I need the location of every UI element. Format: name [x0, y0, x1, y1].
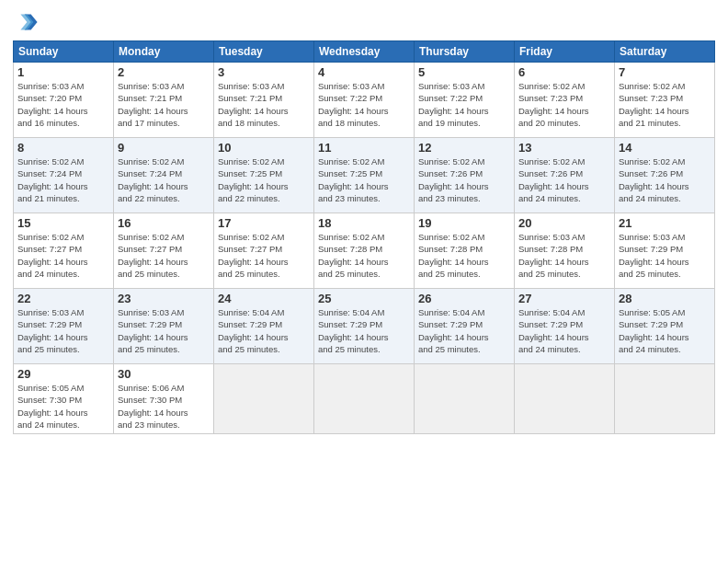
table-row: 5 Sunrise: 5:03 AM Sunset: 7:22 PM Dayli…	[415, 63, 515, 138]
day-info: Sunrise: 5:02 AM Sunset: 7:27 PM Dayligh…	[218, 231, 310, 280]
day-info: Sunrise: 5:04 AM Sunset: 7:29 PM Dayligh…	[218, 306, 310, 355]
table-row: 24 Sunrise: 5:04 AM Sunset: 7:29 PM Dayl…	[214, 289, 314, 364]
day-info: Sunrise: 5:05 AM Sunset: 7:29 PM Dayligh…	[619, 306, 711, 355]
table-row: 17 Sunrise: 5:02 AM Sunset: 7:27 PM Dayl…	[214, 213, 314, 289]
day-info: Sunrise: 5:03 AM Sunset: 7:20 PM Dayligh…	[17, 80, 109, 129]
table-row: 8 Sunrise: 5:02 AM Sunset: 7:24 PM Dayli…	[14, 138, 114, 213]
day-info: Sunrise: 5:02 AM Sunset: 7:28 PM Dayligh…	[318, 231, 410, 280]
day-number: 7	[619, 65, 711, 79]
calendar-week-row: 22 Sunrise: 5:03 AM Sunset: 7:29 PM Dayl…	[14, 289, 715, 364]
day-number: 28	[619, 292, 711, 305]
day-number: 3	[218, 65, 310, 79]
day-number: 11	[318, 141, 410, 155]
day-number: 18	[318, 216, 410, 230]
logo	[13, 9, 42, 35]
day-info: Sunrise: 5:03 AM Sunset: 7:29 PM Dayligh…	[17, 306, 109, 355]
day-info: Sunrise: 5:03 AM Sunset: 7:22 PM Dayligh…	[418, 80, 510, 129]
day-number: 22	[17, 292, 109, 305]
header-monday: Monday	[114, 41, 214, 63]
day-number: 8	[17, 141, 109, 155]
day-info: Sunrise: 5:02 AM Sunset: 7:26 PM Dayligh…	[619, 155, 711, 204]
header-wednesday: Wednesday	[314, 41, 415, 63]
day-info: Sunrise: 5:02 AM Sunset: 7:23 PM Dayligh…	[518, 80, 610, 129]
table-row: 9 Sunrise: 5:02 AM Sunset: 7:24 PM Dayli…	[114, 138, 214, 213]
day-info: Sunrise: 5:02 AM Sunset: 7:24 PM Dayligh…	[17, 155, 109, 204]
day-number: 21	[619, 216, 711, 230]
table-row: 3 Sunrise: 5:03 AM Sunset: 7:21 PM Dayli…	[214, 63, 314, 138]
table-row: 26 Sunrise: 5:04 AM Sunset: 7:29 PM Dayl…	[415, 289, 515, 364]
day-number: 5	[418, 65, 510, 79]
table-row: 20 Sunrise: 5:03 AM Sunset: 7:28 PM Dayl…	[515, 213, 615, 289]
table-row: 25 Sunrise: 5:04 AM Sunset: 7:29 PM Dayl…	[314, 289, 415, 364]
day-number: 23	[118, 292, 210, 305]
day-info: Sunrise: 5:02 AM Sunset: 7:25 PM Dayligh…	[318, 155, 410, 204]
day-number: 13	[518, 141, 610, 155]
day-info: Sunrise: 5:04 AM Sunset: 7:29 PM Dayligh…	[518, 306, 610, 355]
calendar-week-row: 8 Sunrise: 5:02 AM Sunset: 7:24 PM Dayli…	[14, 138, 715, 213]
day-number: 24	[218, 292, 310, 305]
day-number: 20	[518, 216, 610, 230]
day-info: Sunrise: 5:02 AM Sunset: 7:26 PM Dayligh…	[518, 155, 610, 204]
calendar-week-row: 15 Sunrise: 5:02 AM Sunset: 7:27 PM Dayl…	[14, 213, 715, 289]
day-info: Sunrise: 5:02 AM Sunset: 7:28 PM Dayligh…	[418, 231, 510, 280]
day-number: 9	[118, 141, 210, 155]
table-row: 4 Sunrise: 5:03 AM Sunset: 7:22 PM Dayli…	[314, 63, 415, 138]
table-row: 1 Sunrise: 5:03 AM Sunset: 7:20 PM Dayli…	[14, 63, 114, 138]
header-saturday: Saturday	[615, 41, 715, 63]
day-info: Sunrise: 5:03 AM Sunset: 7:28 PM Dayligh…	[518, 231, 610, 280]
header	[13, 9, 715, 35]
header-thursday: Thursday	[415, 41, 515, 63]
day-info: Sunrise: 5:02 AM Sunset: 7:25 PM Dayligh…	[218, 155, 310, 204]
table-row: 2 Sunrise: 5:03 AM Sunset: 7:21 PM Dayli…	[114, 63, 214, 138]
header-sunday: Sunday	[14, 41, 114, 63]
table-row: 14 Sunrise: 5:02 AM Sunset: 7:26 PM Dayl…	[615, 138, 715, 213]
day-number: 4	[318, 65, 410, 79]
table-row: 12 Sunrise: 5:02 AM Sunset: 7:26 PM Dayl…	[415, 138, 515, 213]
day-info: Sunrise: 5:02 AM Sunset: 7:24 PM Dayligh…	[118, 155, 210, 204]
table-row: 11 Sunrise: 5:02 AM Sunset: 7:25 PM Dayl…	[314, 138, 415, 213]
day-number: 10	[218, 141, 310, 155]
calendar-table: Sunday Monday Tuesday Wednesday Thursday…	[13, 40, 715, 434]
day-number: 15	[17, 216, 109, 230]
day-info: Sunrise: 5:02 AM Sunset: 7:27 PM Dayligh…	[118, 231, 210, 280]
day-info: Sunrise: 5:03 AM Sunset: 7:29 PM Dayligh…	[118, 306, 210, 355]
day-info: Sunrise: 5:06 AM Sunset: 7:30 PM Dayligh…	[118, 382, 210, 431]
page: Sunday Monday Tuesday Wednesday Thursday…	[0, 0, 728, 563]
day-number: 27	[518, 292, 610, 305]
table-row: 16 Sunrise: 5:02 AM Sunset: 7:27 PM Dayl…	[114, 213, 214, 289]
table-row: 13 Sunrise: 5:02 AM Sunset: 7:26 PM Dayl…	[515, 138, 615, 213]
table-row: 23 Sunrise: 5:03 AM Sunset: 7:29 PM Dayl…	[114, 289, 214, 364]
table-row: 7 Sunrise: 5:02 AM Sunset: 7:23 PM Dayli…	[615, 63, 715, 138]
table-row: 29 Sunrise: 5:05 AM Sunset: 7:30 PM Dayl…	[14, 364, 114, 434]
calendar-week-row: 1 Sunrise: 5:03 AM Sunset: 7:20 PM Dayli…	[14, 63, 715, 138]
weekday-header-row: Sunday Monday Tuesday Wednesday Thursday…	[14, 41, 715, 63]
day-info: Sunrise: 5:05 AM Sunset: 7:30 PM Dayligh…	[17, 382, 109, 431]
day-info: Sunrise: 5:04 AM Sunset: 7:29 PM Dayligh…	[318, 306, 410, 355]
table-row: 30 Sunrise: 5:06 AM Sunset: 7:30 PM Dayl…	[114, 364, 214, 434]
table-row	[615, 364, 715, 434]
day-number: 6	[518, 65, 610, 79]
day-number: 14	[619, 141, 711, 155]
header-tuesday: Tuesday	[214, 41, 314, 63]
day-number: 2	[118, 65, 210, 79]
table-row: 22 Sunrise: 5:03 AM Sunset: 7:29 PM Dayl…	[14, 289, 114, 364]
day-number: 19	[418, 216, 510, 230]
day-info: Sunrise: 5:04 AM Sunset: 7:29 PM Dayligh…	[418, 306, 510, 355]
header-friday: Friday	[515, 41, 615, 63]
logo-icon	[13, 9, 39, 35]
day-number: 12	[418, 141, 510, 155]
day-info: Sunrise: 5:02 AM Sunset: 7:23 PM Dayligh…	[619, 80, 711, 129]
day-number: 26	[418, 292, 510, 305]
table-row	[415, 364, 515, 434]
day-number: 16	[118, 216, 210, 230]
day-number: 1	[17, 65, 109, 79]
day-number: 25	[318, 292, 410, 305]
table-row: 18 Sunrise: 5:02 AM Sunset: 7:28 PM Dayl…	[314, 213, 415, 289]
calendar-week-row: 29 Sunrise: 5:05 AM Sunset: 7:30 PM Dayl…	[14, 364, 715, 434]
table-row: 21 Sunrise: 5:03 AM Sunset: 7:29 PM Dayl…	[615, 213, 715, 289]
table-row	[214, 364, 314, 434]
table-row: 6 Sunrise: 5:02 AM Sunset: 7:23 PM Dayli…	[515, 63, 615, 138]
table-row: 15 Sunrise: 5:02 AM Sunset: 7:27 PM Dayl…	[14, 213, 114, 289]
day-info: Sunrise: 5:02 AM Sunset: 7:27 PM Dayligh…	[17, 231, 109, 280]
day-number: 30	[118, 367, 210, 381]
